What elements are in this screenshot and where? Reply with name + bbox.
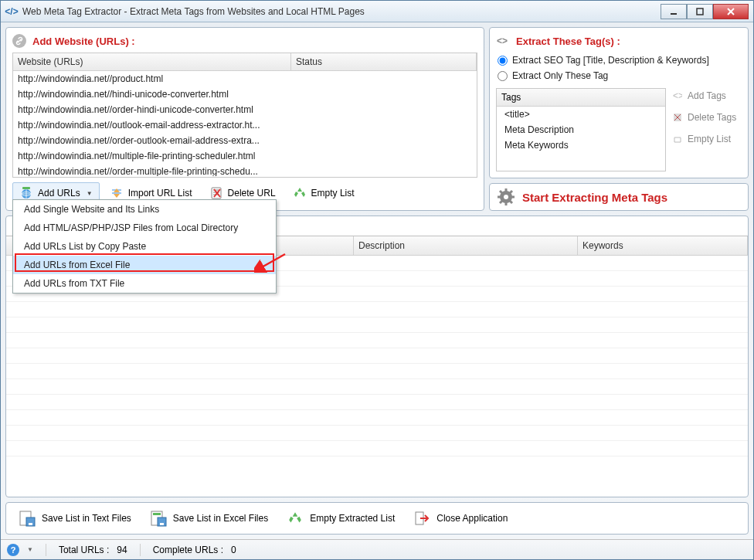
- svg-text:<>: <>: [673, 91, 682, 100]
- complete-urls-label: Complete URLs :: [153, 545, 223, 555]
- tag-row[interactable]: Meta Keywords: [497, 137, 665, 153]
- delete-tag-icon: [672, 112, 683, 123]
- content-area: Add Website (URLs) : Website (URLs) Stat…: [1, 22, 753, 539]
- results-row: [6, 379, 748, 395]
- import-url-list-label: Import URL List: [128, 188, 192, 199]
- url-grid[interactable]: Website (URLs) Status http://windowindia…: [12, 53, 477, 178]
- results-row: [6, 426, 748, 441]
- titlebar: </> Web Meta Tag Extractor - Extract Met…: [1, 1, 753, 22]
- url-row[interactable]: http://windowindia.net//product.html: [13, 71, 477, 87]
- extract-tags-panel: <> Extract These Tag(s) : Extract SEO Ta…: [489, 27, 749, 178]
- tags-buttons: <> Add Tags Delete Tags Empty List: [671, 88, 742, 171]
- empty-list-button[interactable]: Empty List: [286, 182, 362, 204]
- radio-seo-label: Extract SEO Tag [Title, Description & Ke…: [512, 55, 709, 66]
- dd-add-from-txt[interactable]: Add URLs from TXT File: [13, 274, 276, 293]
- url-row[interactable]: http://windowindia.net//outlook-email-ad…: [13, 117, 477, 133]
- save-excel-icon: [150, 510, 167, 527]
- radio-seo-tags[interactable]: Extract SEO Tag [Title, Description & Ke…: [496, 53, 742, 68]
- save-text-button[interactable]: Save List in Text Files: [12, 507, 138, 529]
- help-icon[interactable]: ?: [7, 544, 19, 556]
- empty-tag-icon: [672, 134, 683, 144]
- col-url[interactable]: Website (URLs): [13, 53, 291, 70]
- tag-panel-icon: <>: [496, 34, 510, 48]
- radio-seo-input[interactable]: [498, 56, 508, 66]
- tag-row[interactable]: Meta Description: [497, 122, 665, 137]
- right-column: <> Extract These Tag(s) : Extract SEO Ta…: [489, 27, 749, 211]
- dd-add-local-files[interactable]: Add HTML/ASP/PHP/JSP Files from Local Di…: [13, 219, 276, 237]
- close-app-label: Close Application: [436, 513, 508, 524]
- empty-extracted-button[interactable]: Empty Extracted List: [280, 507, 401, 529]
- svg-line-28: [510, 191, 512, 193]
- dd-add-from-excel[interactable]: Add URLs from Excel File: [13, 256, 276, 274]
- start-extract-button[interactable]: Start Extracting Meta Tags: [489, 183, 749, 211]
- total-urls-value: 94: [117, 545, 127, 555]
- close-button[interactable]: [713, 4, 749, 19]
- add-urls-panel: Add Website (URLs) : Website (URLs) Stat…: [5, 27, 484, 211]
- tags-list[interactable]: Tags <title> Meta Description Meta Keywo…: [496, 88, 666, 171]
- col-status[interactable]: Status: [291, 53, 477, 70]
- add-urls-title: Add Website (URLs) :: [32, 36, 135, 47]
- url-row[interactable]: http://windowindia.net//multiple-file-pr…: [13, 148, 477, 164]
- url-row[interactable]: http://windowindia.net//order-hindi-unic…: [13, 102, 477, 117]
- url-row[interactable]: http://windowindia.net//order-multiple-f…: [13, 164, 477, 176]
- maximize-button[interactable]: [687, 4, 713, 19]
- delete-tags-button[interactable]: Delete Tags: [671, 110, 742, 125]
- close-app-button[interactable]: Close Application: [407, 507, 514, 529]
- add-urls-header: Add Website (URLs) :: [12, 34, 477, 48]
- separator: [46, 544, 46, 556]
- add-tag-icon: <>: [672, 90, 683, 101]
- dropdown-caret-icon: ▼: [87, 190, 93, 197]
- url-row[interactable]: http://windowindia.net//order-outlook-em…: [13, 133, 477, 148]
- save-text-label: Save List in Text Files: [42, 513, 131, 524]
- delete-icon: [209, 186, 223, 200]
- dd-add-single[interactable]: Add Single Website and Its Links: [13, 200, 276, 219]
- bottom-action-bar: Save List in Text Files Save List in Exc…: [5, 502, 749, 535]
- svg-rect-33: [153, 513, 161, 515]
- radio-only-input[interactable]: [498, 71, 508, 81]
- minimize-button[interactable]: [661, 4, 687, 19]
- results-row: [6, 333, 748, 348]
- app-icon: </>: [5, 5, 18, 18]
- url-grid-header: Website (URLs) Status: [13, 53, 477, 71]
- top-row: Add Website (URLs) : Website (URLs) Stat…: [5, 27, 749, 211]
- empty-tags-label: Empty List: [688, 134, 731, 144]
- add-tags-button[interactable]: <> Add Tags: [671, 88, 742, 104]
- start-extract-label: Start Extracting Meta Tags: [522, 191, 667, 204]
- dd-add-copy-paste[interactable]: Add URLs List by Copy Paste: [13, 237, 276, 256]
- url-row[interactable]: http://windowindia.net//hindi-unicode-co…: [13, 87, 477, 102]
- tags-area: Tags <title> Meta Description Meta Keywo…: [496, 88, 742, 171]
- results-row: [6, 317, 748, 333]
- results-row: [6, 348, 748, 364]
- svg-rect-35: [160, 523, 164, 525]
- res-col-keywords[interactable]: Keywords: [578, 236, 748, 255]
- url-toolbar: Add URLs ▼ Import URL List Delete URL: [12, 178, 477, 204]
- svg-text:<>: <>: [497, 36, 508, 46]
- window-controls: [661, 4, 749, 19]
- svg-line-25: [500, 191, 502, 193]
- delete-url-label: Delete URL: [228, 188, 276, 199]
- recycle-icon: [293, 186, 307, 200]
- url-grid-body[interactable]: http://windowindia.net//product.html htt…: [13, 71, 477, 176]
- globe-icon: [19, 186, 33, 200]
- empty-tags-button[interactable]: Empty List: [671, 131, 742, 147]
- complete-urls-value: 0: [231, 545, 236, 555]
- window-title: Web Meta Tag Extractor - Extract Meta Ta…: [22, 6, 661, 17]
- results-row: [6, 302, 748, 317]
- results-row: [6, 410, 748, 426]
- tags-list-header: Tags: [497, 89, 665, 107]
- add-urls-label: Add URLs: [38, 188, 80, 199]
- separator: [140, 544, 141, 556]
- empty-extracted-label: Empty Extracted List: [310, 513, 395, 524]
- svg-rect-6: [22, 187, 30, 189]
- svg-rect-1: [697, 8, 703, 15]
- exit-icon: [413, 510, 430, 527]
- tag-row[interactable]: <title>: [497, 107, 665, 122]
- radio-only-these[interactable]: Extract Only These Tag: [496, 68, 742, 83]
- import-icon: [110, 186, 124, 200]
- recycle-icon: [287, 510, 304, 527]
- res-col-description[interactable]: Description: [354, 236, 578, 255]
- results-row: [6, 441, 748, 456]
- total-urls-label: Total URLs :: [59, 545, 109, 555]
- svg-line-26: [510, 201, 512, 203]
- save-excel-button[interactable]: Save List in Excel Files: [144, 507, 274, 529]
